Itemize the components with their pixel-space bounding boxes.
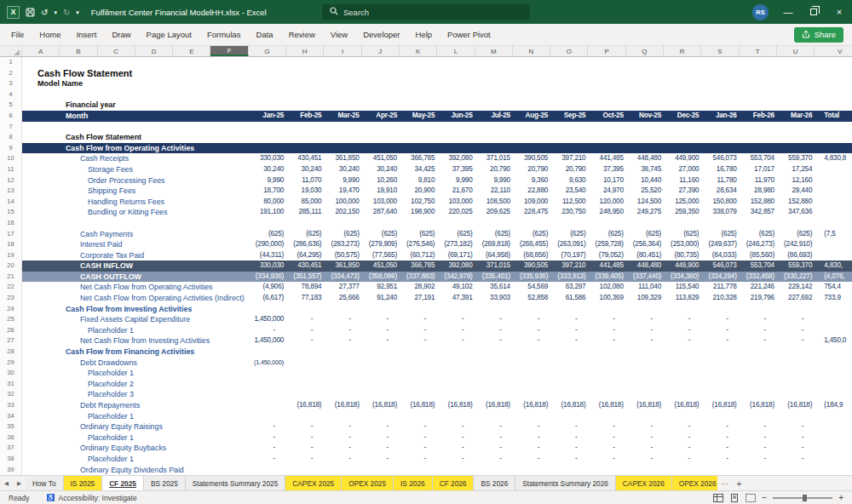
cell[interactable] <box>740 411 777 422</box>
cell[interactable] <box>475 132 513 143</box>
cell[interactable] <box>550 57 588 68</box>
sheet-tab-opex-2026[interactable]: OPEX 2026 <box>672 476 717 490</box>
cell[interactable] <box>362 465 400 475</box>
cell[interactable] <box>475 78 513 89</box>
cell[interactable]: - <box>701 314 739 325</box>
cell[interactable]: - <box>701 325 739 336</box>
cell[interactable] <box>777 89 815 100</box>
cell[interactable]: - <box>701 335 739 346</box>
cell[interactable]: (249,637) <box>701 239 739 250</box>
cell[interactable] <box>324 411 361 422</box>
cell[interactable]: 451,050 <box>362 153 400 164</box>
cell[interactable]: 52,858 <box>513 293 550 304</box>
zoom-out-button[interactable]: − <box>762 493 767 502</box>
cell[interactable]: Cash Payments <box>22 229 249 240</box>
cell[interactable] <box>286 304 324 315</box>
cell[interactable]: 150,800 <box>701 197 739 208</box>
cell[interactable] <box>475 304 513 315</box>
cell[interactable]: (625) <box>324 229 361 240</box>
cell[interactable]: - <box>588 454 625 465</box>
cell[interactable] <box>664 218 701 229</box>
cell[interactable]: (351,557) <box>286 272 324 283</box>
cell[interactable] <box>437 346 475 358</box>
cell[interactable] <box>664 68 701 79</box>
cell[interactable]: 228,475 <box>513 207 550 218</box>
cell[interactable] <box>362 218 400 229</box>
cell[interactable]: Feb-26 <box>740 111 777 122</box>
cell[interactable]: - <box>324 454 361 465</box>
cell[interactable] <box>815 57 852 68</box>
cell[interactable]: (625) <box>286 229 324 240</box>
cell[interactable] <box>475 411 513 422</box>
cell[interactable]: Net Cash Flow from Operating Activities … <box>22 293 249 304</box>
cell[interactable] <box>400 57 437 68</box>
cell[interactable]: - <box>362 443 400 454</box>
cell[interactable]: - <box>777 421 815 432</box>
cell[interactable]: (279,909) <box>362 239 400 250</box>
cell[interactable]: - <box>626 421 664 432</box>
cell[interactable] <box>626 68 664 79</box>
cell[interactable] <box>664 78 701 89</box>
cell[interactable] <box>550 411 588 422</box>
cell[interactable]: 20,790 <box>475 164 513 175</box>
cell[interactable] <box>550 78 588 89</box>
cell[interactable]: - <box>550 432 588 444</box>
row-number[interactable]: 34 <box>0 411 22 422</box>
cell[interactable] <box>550 389 588 400</box>
cell[interactable]: - <box>588 325 625 336</box>
cell[interactable]: 448,480 <box>626 153 664 164</box>
cell[interactable] <box>475 368 513 379</box>
cell[interactable] <box>701 218 739 229</box>
cell[interactable]: - <box>513 454 550 465</box>
cell[interactable]: Handling Returns Fees <box>22 197 249 208</box>
cell[interactable]: Placeholder 1 <box>22 454 249 465</box>
zoom-slider-thumb[interactable] <box>803 495 807 501</box>
cell[interactable] <box>777 218 815 229</box>
cell[interactable]: Cash Flow Statement <box>22 68 249 79</box>
cell[interactable] <box>626 346 664 358</box>
cell[interactable]: - <box>626 432 664 444</box>
cell[interactable] <box>249 465 286 475</box>
cell[interactable]: - <box>324 335 361 346</box>
row-number[interactable]: 27 <box>0 335 22 346</box>
cell[interactable]: 18,700 <box>249 186 286 197</box>
cell[interactable] <box>249 132 286 143</box>
cell[interactable] <box>740 122 777 133</box>
ribbon-tab-view[interactable]: View <box>323 24 355 46</box>
cell[interactable] <box>249 100 286 111</box>
cell[interactable] <box>286 143 324 154</box>
cell[interactable]: 102,080 <box>588 282 625 293</box>
cell[interactable]: (256,364) <box>626 239 664 250</box>
cell[interactable]: 125,000 <box>664 197 701 208</box>
cell[interactable] <box>777 411 815 422</box>
cell[interactable] <box>475 389 513 400</box>
cell[interactable]: (335,401) <box>475 272 513 283</box>
cell[interactable] <box>701 68 739 79</box>
cell[interactable] <box>437 379 475 390</box>
cell[interactable]: 20,790 <box>550 164 588 175</box>
ribbon-tab-help[interactable]: Help <box>408 24 440 46</box>
cell[interactable]: 390,505 <box>513 153 550 164</box>
cell[interactable]: 259,350 <box>664 207 701 218</box>
more-sheets-icon[interactable]: ⋯ <box>717 476 732 490</box>
row-number[interactable]: 22 <box>0 282 22 293</box>
cell[interactable]: - <box>664 335 701 346</box>
cell[interactable]: 371,015 <box>475 153 513 164</box>
cell[interactable]: 102,750 <box>400 197 437 208</box>
cell[interactable] <box>740 132 777 143</box>
cell[interactable]: 229,142 <box>777 282 815 293</box>
column-header-d[interactable]: D <box>135 46 173 56</box>
cell[interactable]: - <box>400 421 437 432</box>
cell[interactable] <box>362 57 400 68</box>
row-number[interactable]: 38 <box>0 454 22 465</box>
cell[interactable] <box>815 143 852 154</box>
ribbon-tab-data[interactable]: Data <box>249 24 281 46</box>
cell[interactable]: (68,856) <box>513 250 550 261</box>
cell[interactable]: 19,030 <box>286 186 324 197</box>
cell[interactable]: (184,9 <box>815 400 852 411</box>
cell[interactable]: - <box>249 454 286 465</box>
cell[interactable] <box>513 465 550 475</box>
cell[interactable] <box>588 100 625 111</box>
cell[interactable] <box>286 379 324 390</box>
cell[interactable] <box>513 411 550 422</box>
